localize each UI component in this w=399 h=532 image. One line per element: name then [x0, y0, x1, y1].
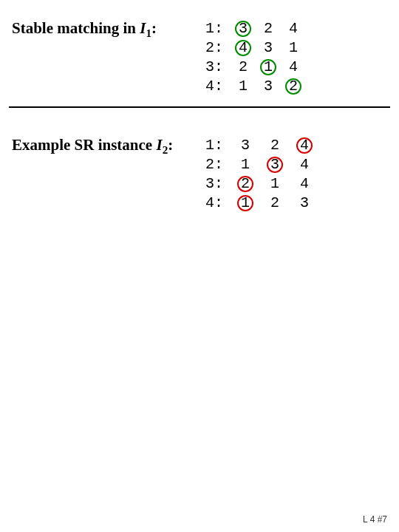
pref-cell: 1 [256, 58, 281, 77]
pref-cell: 4 [290, 174, 319, 194]
pref-cell: 4 [281, 19, 306, 38]
slide: Stable matching in I1: 1: 3 2 4 2: 4 3 1… [0, 0, 399, 532]
section-2-label: Example SR instance I2: [12, 136, 205, 154]
row-id: 1: [205, 19, 231, 38]
label-text-pre: Stable matching in [12, 19, 140, 37]
row-id: 4: [205, 194, 231, 213]
pref-table-2: 1: 3 2 4 2: 1 3 4 3: 2 1 4 4: 1 2 3 [205, 136, 319, 213]
pref-table-1: 1: 3 2 4 2: 4 3 1 3: 2 1 4 4: 1 3 2 [205, 19, 306, 96]
highlight-circle-icon [237, 195, 253, 211]
pref-cell: 3 [231, 136, 260, 155]
table-row: 4: 1 3 2 [205, 77, 306, 96]
pref-cell: 3 [260, 155, 290, 174]
pref-cell: 2 [231, 58, 256, 77]
pref-cell: 2 [231, 174, 260, 194]
section-1-label: Stable matching in I1: [12, 19, 205, 38]
pref-cell: 4 [290, 155, 319, 174]
pref-cell: 3 [290, 194, 319, 213]
row-id: 3: [205, 58, 231, 77]
match-circle-icon [285, 78, 301, 95]
highlight-circle-icon [267, 157, 283, 173]
table-row: 4: 1 2 3 [205, 194, 319, 213]
pref-cell: 2 [256, 19, 281, 38]
match-circle-icon [235, 21, 251, 37]
slide-footer: L 4 #7 [363, 514, 387, 525]
highlight-circle-icon [237, 176, 253, 192]
section-stable-matching: Stable matching in I1: 1: 3 2 4 2: 4 3 1… [0, 0, 399, 96]
label-text-post: : [168, 136, 173, 154]
match-circle-icon [235, 40, 251, 56]
match-circle-icon [260, 59, 276, 75]
row-id: 3: [205, 174, 231, 194]
highlight-circle-icon [296, 137, 313, 154]
row-id: 2: [205, 38, 231, 58]
table-row: 2: 4 3 1 [205, 38, 306, 58]
pref-cell: 1 [260, 174, 290, 194]
pref-cell: 1 [231, 77, 256, 96]
table-row: 3: 2 1 4 [205, 174, 319, 194]
pref-cell: 1 [231, 155, 260, 174]
pref-cell: 1 [281, 38, 306, 58]
label-text-pre: Example SR instance [12, 136, 156, 154]
pref-cell: 4 [281, 58, 306, 77]
label-sub: 1 [146, 27, 151, 39]
table-row: 2: 1 3 4 [205, 155, 319, 174]
pref-cell: 4 [290, 136, 319, 155]
row-id: 1: [205, 136, 231, 155]
section-example-sr: Example SR instance I2: 1: 3 2 4 2: 1 3 … [0, 108, 399, 213]
table-row: 1: 3 2 4 [205, 136, 319, 155]
label-var: I [156, 136, 162, 154]
row-id: 2: [205, 155, 231, 174]
pref-cell: 2 [281, 77, 306, 96]
pref-cell: 3 [256, 77, 281, 96]
row-id: 4: [205, 77, 231, 96]
pref-cell: 3 [256, 38, 281, 58]
pref-cell: 2 [260, 136, 290, 155]
pref-cell: 2 [260, 194, 290, 213]
label-text-post: : [151, 19, 157, 37]
table-row: 1: 3 2 4 [205, 19, 306, 38]
pref-cell: 3 [231, 19, 256, 38]
table-row: 3: 2 1 4 [205, 58, 306, 77]
pref-cell: 1 [231, 194, 260, 213]
pref-cell: 4 [231, 38, 256, 58]
